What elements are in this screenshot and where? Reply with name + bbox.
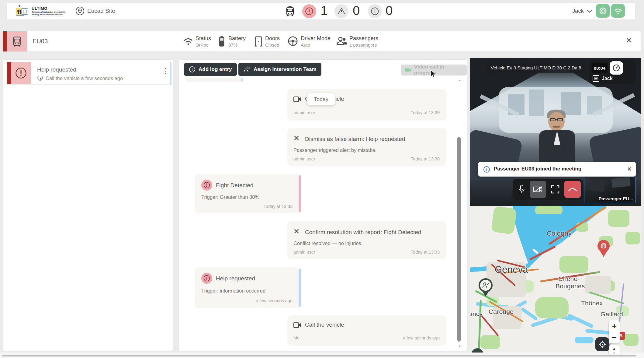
map-urban-area (585, 276, 611, 294)
alert-title: Help requested (37, 66, 76, 73)
brand-tagline-1: Advancing Sustainable User-centric (32, 11, 65, 13)
zoom-controls: + − (609, 320, 620, 343)
close-icon[interactable]: ✕ (627, 166, 632, 173)
map[interactable]: Cologny Geneva Chêne- Bougeries Thônex C… (470, 206, 641, 354)
stats-gauge-button[interactable] (610, 61, 623, 75)
map-label-lancy: ancy (470, 310, 483, 318)
horizontal-scrollbar[interactable] (2, 355, 636, 356)
compass-control[interactable]: ▲ ▼ (609, 345, 620, 354)
scroll-up-arrow[interactable]: ▲ (458, 79, 461, 82)
team-map-pin[interactable] (479, 278, 493, 297)
passenger-face (548, 112, 565, 131)
connectivity-button[interactable] (611, 4, 625, 18)
warning-triangle-icon (337, 7, 346, 16)
top-header: ULTIMO Advancing Sustainable User-centri… (7, 3, 635, 19)
exclamation-circle-icon (305, 7, 313, 16)
message-author: admin user (293, 250, 315, 254)
camera-toggle-button[interactable] (530, 181, 546, 198)
door-icon (254, 36, 263, 47)
thumbnail-shape (611, 177, 631, 188)
record-button[interactable] (596, 4, 610, 18)
log-message[interactable]: ✕ Confirm resolution with report: Fight … (287, 221, 446, 259)
vehicle-map-pin[interactable] (597, 240, 610, 258)
chevron-down-icon[interactable] (587, 9, 592, 13)
scroll-down-arrow[interactable]: ▼ (458, 345, 461, 348)
stat-drivermode-value: Auto (301, 42, 310, 48)
person-add-icon (243, 66, 251, 73)
map-label-thonex: Thônex (581, 300, 603, 307)
message-accent-stripe (299, 268, 301, 307)
message-author: admin user (293, 110, 315, 115)
alert-circle-icon (201, 180, 212, 191)
stat-status-value: Online (196, 42, 209, 48)
info-counter-badge[interactable] (368, 4, 382, 18)
assign-intervention-button[interactable]: Assign Intervention Team (238, 63, 321, 76)
log-message[interactable]: Call the vehicle Me a few seconds ago (287, 315, 446, 346)
alert-count: 1 (320, 4, 327, 18)
alerts-sidebar: Help requested Call the vehicle a few se… (3, 60, 173, 351)
alert-avatar (11, 62, 31, 84)
log-message[interactable]: Help requested Trigger: information occu… (195, 267, 301, 308)
site-label[interactable]: Eucad Site (87, 8, 115, 14)
warning-counter-badge[interactable] (334, 4, 348, 18)
map-park (625, 232, 640, 244)
stat-status-label: Status (196, 35, 211, 41)
map-water-river (585, 329, 611, 335)
video-call-label: Video call in progress (414, 64, 462, 76)
warning-count: 0 (353, 4, 360, 18)
message-title: Dismiss as false alarm: Help requested (305, 136, 405, 142)
alert-scroll-indicator[interactable] (170, 62, 171, 85)
info-circle-icon (189, 66, 196, 73)
participant-thumbnail[interactable]: Passenger EU... (584, 175, 635, 203)
chat-scrollbar-thumb[interactable] (457, 137, 461, 342)
hangup-button[interactable] (564, 181, 581, 198)
stat-doors-label: Doors (265, 35, 280, 41)
user-menu[interactable]: Jack (572, 8, 584, 14)
exclamation-circle-icon (15, 67, 27, 79)
stat-battery-label: Battery (228, 35, 246, 41)
building-silhouette (529, 90, 544, 116)
vehicle-alert-stripe (3, 31, 7, 51)
map-label-carouge: Carouge (489, 308, 514, 315)
call-controls (513, 179, 583, 200)
brand-name: ULTIMO (32, 6, 47, 11)
battery-icon (218, 36, 225, 47)
message-author: Me (293, 335, 299, 340)
dismiss-x-icon: ✕ (293, 227, 299, 236)
vehicle-bar: EU03 Status Online Battery 87% (3, 31, 641, 51)
message-title: Help requested (216, 275, 255, 282)
add-log-entry-button[interactable]: Add log entry (184, 63, 237, 76)
wifi-icon (614, 7, 622, 15)
mic-icon[interactable] (518, 184, 525, 194)
zoom-out-button[interactable]: − (609, 332, 620, 343)
close-icon[interactable]: ✕ (626, 36, 632, 45)
camera-off-icon (533, 186, 542, 193)
fullscreen-icon[interactable] (551, 185, 559, 194)
alert-counter-badge[interactable] (302, 4, 316, 18)
app-root: ULTIMO Advancing Sustainable User-centri… (0, 0, 644, 358)
message-accent-stripe (299, 175, 301, 212)
log-message[interactable]: ✕ Dismiss as false alarm: Help requested… (287, 128, 446, 166)
info-count: 0 (386, 4, 393, 18)
glasses (550, 118, 556, 121)
alert-list-item[interactable]: Help requested Call the vehicle a few se… (3, 62, 173, 85)
locate-button[interactable] (595, 337, 609, 351)
kebab-menu-icon[interactable]: ⋮ (162, 68, 169, 74)
map-label-geneva: Geneva (495, 264, 528, 275)
map-park (608, 210, 629, 227)
message-body: Conflict resolved — no injuries. (293, 240, 362, 246)
video-camera-icon (405, 68, 411, 72)
brand-tagline-2: Mobility with Automated Vehicles (32, 13, 63, 16)
steering-wheel-icon (288, 36, 298, 46)
gauge-icon (612, 64, 620, 72)
map-park (535, 297, 569, 318)
map-park (623, 334, 639, 346)
smile (552, 126, 560, 128)
message-time: Today at 13:33 (411, 250, 440, 254)
zoom-in-button[interactable]: + (609, 320, 620, 332)
stat-passengers-label: Passengers (349, 35, 378, 41)
add-log-entry-label: Add log entry (199, 66, 232, 72)
log-message[interactable]: Fight Detected Trigger: Greater than 80%… (195, 174, 301, 213)
location-pin-icon (75, 6, 85, 16)
bus-icon (285, 6, 295, 16)
